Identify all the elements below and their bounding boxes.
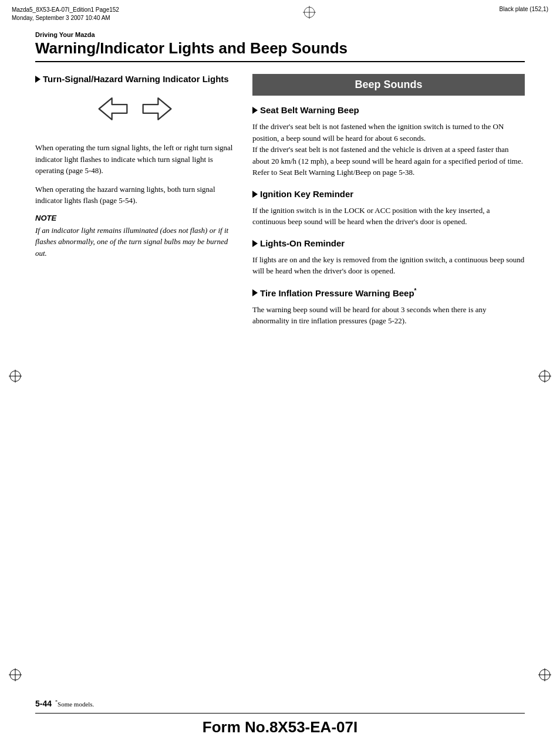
section-label: Driving Your Mazda — [35, 31, 525, 38]
seat-belt-section: Seat Belt Warning Beep If the driver's s… — [252, 105, 525, 178]
main-content: Driving Your Mazda Warning/Indicator Lig… — [0, 25, 560, 361]
ignition-key-section: Ignition Key Reminder If the ignition sw… — [252, 189, 525, 228]
lights-on-heading: Lights-On Reminder — [252, 238, 525, 248]
note-text: If an indicator light remains illuminate… — [35, 225, 235, 259]
bottom-left-registration-mark — [9, 668, 22, 684]
top-right-text: Black plate (152,1) — [500, 6, 548, 12]
footnote: *Some models. — [55, 699, 94, 708]
seat-belt-heading: Seat Belt Warning Beep — [252, 105, 525, 115]
form-number: Form No.8X53-EA-07I — [35, 713, 525, 736]
turn-signal-paragraph2: When operating the hazard warning lights… — [35, 184, 235, 207]
left-arrow-icon — [97, 96, 129, 124]
page-title: Warning/Indicator Lights and Beep Sounds — [35, 39, 525, 58]
triangle-icon-3 — [252, 191, 258, 198]
two-column-layout: Turn-Signal/Hazard Warning Indicator Lig… — [35, 74, 525, 337]
ignition-key-heading: Ignition Key Reminder — [252, 189, 525, 199]
svg-marker-3 — [99, 98, 127, 120]
triangle-icon-5 — [252, 289, 258, 296]
bottom-right-registration-mark — [538, 668, 551, 684]
right-arrow-icon — [141, 96, 173, 124]
top-left-metadata: Mazda5_8X53-EA-07I_Edition1 Page152 Mond… — [12, 6, 119, 22]
turn-signal-heading: Turn-Signal/Hazard Warning Indicator Lig… — [35, 74, 235, 84]
lights-on-section: Lights-On Reminder If lights are on and … — [252, 238, 525, 277]
svg-marker-4 — [143, 98, 171, 120]
turn-signal-icons — [35, 96, 235, 124]
triangle-icon-4 — [252, 240, 258, 247]
note-label: NOTE — [35, 214, 235, 222]
lights-on-body: If lights are on and the key is removed … — [252, 254, 525, 277]
title-rule — [35, 61, 525, 62]
triangle-icon-2 — [252, 107, 258, 114]
asterisk-mark: * — [414, 288, 417, 294]
triangle-icon — [35, 76, 41, 83]
left-column: Turn-Signal/Hazard Warning Indicator Lig… — [35, 74, 235, 337]
tire-inflation-body: The warning beep sound will be heard for… — [252, 304, 525, 327]
footer-top: 5-44 *Some models. — [35, 699, 525, 708]
left-registration-mark — [9, 370, 22, 385]
page: Mazda5_8X53-EA-07I_Edition1 Page152 Mond… — [0, 0, 560, 754]
footer: 5-44 *Some models. Form No.8X53-EA-07I — [0, 699, 560, 736]
turn-signal-paragraph1: When operating the turn signal lights, t… — [35, 142, 235, 177]
tire-inflation-section: Tire Inflation Pressure Warning Beep* Th… — [252, 288, 525, 327]
ignition-key-body: If the ignition switch is in the LOCK or… — [252, 205, 525, 228]
tire-inflation-heading: Tire Inflation Pressure Warning Beep* — [252, 288, 525, 298]
top-bar: Mazda5_8X53-EA-07I_Edition1 Page152 Mond… — [0, 0, 560, 25]
right-registration-mark — [538, 370, 551, 385]
top-registration-mark — [303, 6, 316, 19]
right-column: Beep Sounds Seat Belt Warning Beep If th… — [252, 74, 525, 337]
seat-belt-body: If the driver's seat belt is not fastene… — [252, 121, 525, 178]
beep-sounds-header: Beep Sounds — [252, 74, 525, 96]
page-number: 5-44 — [35, 699, 52, 708]
